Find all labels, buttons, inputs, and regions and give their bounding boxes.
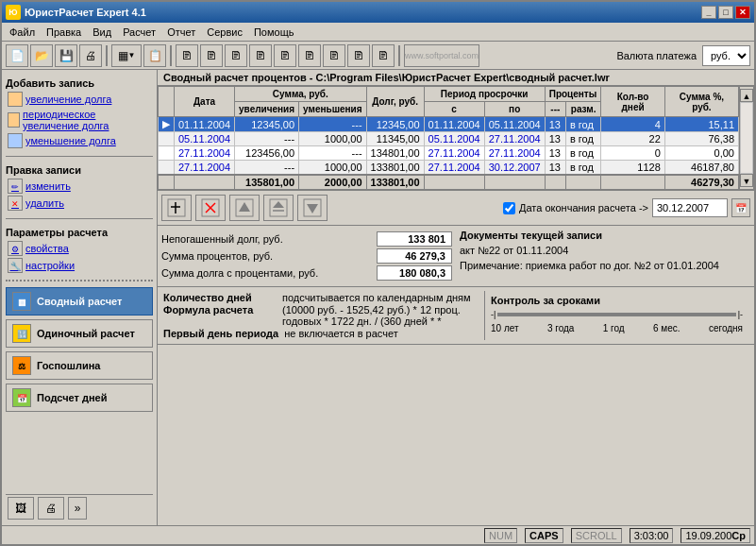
panel-item-periodic[interactable]: периодическое увеличение долга	[6, 108, 153, 132]
panel-item-increase[interactable]: увеличение долга	[6, 91, 153, 108]
th-period-from: с	[424, 102, 484, 117]
toolbar-btn6[interactable]: 📋	[143, 44, 166, 67]
toolbar-btn13[interactable]: 🖹	[323, 44, 345, 67]
date-check-container: Дата окончания расчета -> 📅	[503, 198, 750, 217]
toolbar-save[interactable]: 💾	[55, 44, 77, 67]
toolbar-btn10[interactable]: 🖹	[249, 44, 272, 67]
scroll-down[interactable]: ▼	[740, 174, 753, 187]
titlebar-title: Ю ЮристРасчет Expert 4.1	[6, 5, 146, 20]
close-button[interactable]: ✕	[735, 6, 750, 19]
add-record-title: Добавить запись	[6, 77, 153, 89]
nav-btn-summary[interactable]: ▦ Сводный расчет	[6, 287, 153, 316]
row-date: 27.11.2004	[175, 161, 235, 176]
maximize-button[interactable]: □	[718, 6, 733, 19]
th-period: Период просрочки	[424, 87, 545, 102]
menu-calc[interactable]: Расчет	[117, 25, 161, 40]
calendar-button[interactable]: 📅	[731, 198, 750, 217]
row-pct: 13	[545, 161, 565, 176]
edit-record-title: Правка записи	[6, 164, 153, 176]
menu-edit[interactable]: Правка	[41, 25, 87, 40]
menu-file[interactable]: Файл	[4, 25, 41, 40]
fee-icon: ⚖	[12, 356, 31, 375]
toolbar-btn7[interactable]: 🖹	[176, 44, 198, 67]
row-period-from: 01.11.2004	[424, 117, 484, 132]
left-panel-img-btn2[interactable]: 🖨	[38, 497, 64, 520]
toolbar-btn9[interactable]: 🖹	[225, 44, 247, 67]
summary-left: Непогашенный долг, руб. 133 801 Сумма пр…	[161, 230, 452, 282]
toolbar-new[interactable]: 📄	[6, 44, 28, 67]
deadline-label-3: 6 мес.	[653, 323, 680, 333]
row-days: 4	[601, 117, 665, 132]
panel-item-edit[interactable]: ✏ изменить	[6, 178, 153, 195]
action-btn-add[interactable]	[161, 195, 192, 221]
row-arrow	[159, 161, 175, 176]
statusbar-date: 19.09.200Ср	[680, 528, 750, 543]
delete-icon: ✕	[8, 196, 23, 211]
deadline-label-0: 10 лет	[491, 323, 519, 333]
table-row[interactable]: 27.11.2004 123456,00 --- 134801,00 27.11…	[159, 146, 739, 161]
row-decrease: ---	[299, 117, 367, 132]
deadline-bar	[497, 313, 735, 316]
toolbar-btn15[interactable]: 🖹	[372, 44, 395, 67]
status-row-1: Формула расчета (10000 руб. - 1525,42 ру…	[163, 304, 484, 327]
calc-params-title: Параметры расчета	[6, 227, 153, 238]
minimize-button[interactable]: _	[701, 6, 716, 19]
toolbar-btn11[interactable]: 🖹	[274, 44, 296, 67]
props-icon: ⚙	[8, 241, 23, 256]
summary-right: Документы текущей записи акт №22 от 01.1…	[460, 230, 750, 282]
toolbar-btn5[interactable]: ▦▼	[111, 44, 142, 67]
action-btn-up1[interactable]	[229, 195, 260, 221]
debt-value: 133 801	[377, 231, 452, 247]
action-btn-down[interactable]	[297, 195, 328, 221]
status-value-2: не включается в расчет	[284, 328, 398, 339]
nav-btn-single[interactable]: 🔢 Одиночный расчет	[6, 319, 153, 348]
row-pct: 13	[545, 146, 565, 161]
footer-increase: 135801,00	[235, 175, 299, 190]
date-input[interactable]	[652, 198, 728, 217]
menu-service[interactable]: Сервис	[201, 25, 248, 40]
footer-sum-pct: 46279,30	[664, 175, 738, 190]
menu-report[interactable]: Отчет	[161, 25, 201, 40]
toolbar-open[interactable]: 📂	[30, 44, 53, 67]
table-row[interactable]: ▶ 01.11.2004 12345,00 --- 12345,00 01.11…	[159, 117, 739, 132]
nav-btn-days[interactable]: 📅 Подсчет дней	[6, 384, 153, 412]
toolbar-btn8[interactable]: 🖹	[200, 44, 223, 67]
row-decrease: ---	[299, 146, 367, 161]
scroll-up[interactable]: ▲	[740, 89, 753, 102]
right-panel: Сводный расчет процентов - C:\Program Fi…	[158, 70, 754, 525]
action-btn-up2[interactable]	[263, 195, 294, 221]
th-days: Кол-во дней	[601, 87, 665, 117]
row-sum-pct: 15,11	[664, 117, 738, 132]
nav-btn-fee[interactable]: ⚖ Госпошлина	[6, 351, 153, 380]
currency-label: Валюта платежа	[616, 50, 697, 61]
table-row[interactable]: 05.11.2004 --- 1000,00 11345,00 05.11.20…	[159, 132, 739, 146]
menu-view[interactable]: Вид	[87, 25, 117, 40]
status-value-1: (10000 руб. - 1525,42 руб.) * 12 проц. г…	[282, 304, 484, 327]
deadline-dash-right: |-	[738, 310, 743, 319]
date-checkbox[interactable]	[503, 202, 515, 214]
action-btn-delete[interactable]	[195, 195, 226, 221]
th-increase: увеличения	[235, 102, 299, 117]
table-footer-row: 135801,00 2000,00 133801,00 46279,30	[159, 175, 739, 190]
toolbar-print[interactable]: 🖨	[79, 44, 102, 67]
left-panel-img-btn1[interactable]: 🖼	[8, 497, 34, 520]
menu-help[interactable]: Помощь	[248, 25, 300, 40]
statusbar-caps: CAPS	[525, 528, 563, 543]
titlebar: Ю ЮристРасчет Expert 4.1 _ □ ✕	[2, 2, 754, 23]
panel-item-delete[interactable]: ✕ удалить	[6, 195, 153, 212]
table-scrollbar[interactable]: ▲ ▼	[739, 86, 754, 190]
left-panel-more-btn[interactable]: »	[68, 497, 87, 520]
toolbar-btn14[interactable]: 🖹	[347, 44, 370, 67]
th-debt: Долг, руб.	[366, 87, 424, 117]
panel-item-decrease[interactable]: уменьшение долга	[6, 132, 153, 149]
status-row-2: Первый день периода не включается в расч…	[163, 328, 484, 339]
deadline-label-2: 1 год	[603, 323, 625, 333]
panel-item-props[interactable]: ⚙ свойства	[6, 240, 153, 257]
panel-item-settings[interactable]: 🔧 настройки	[6, 257, 153, 274]
currency-select[interactable]: руб.	[702, 45, 750, 66]
row-period-from: 27.11.2004	[424, 161, 484, 176]
table-row[interactable]: 27.11.2004 --- 1000,00 133801,00 27.11.2…	[159, 161, 739, 176]
row-decrease: 1000,00	[299, 161, 367, 176]
row-debt: 134801,00	[366, 146, 424, 161]
toolbar-btn12[interactable]: 🖹	[298, 44, 321, 67]
